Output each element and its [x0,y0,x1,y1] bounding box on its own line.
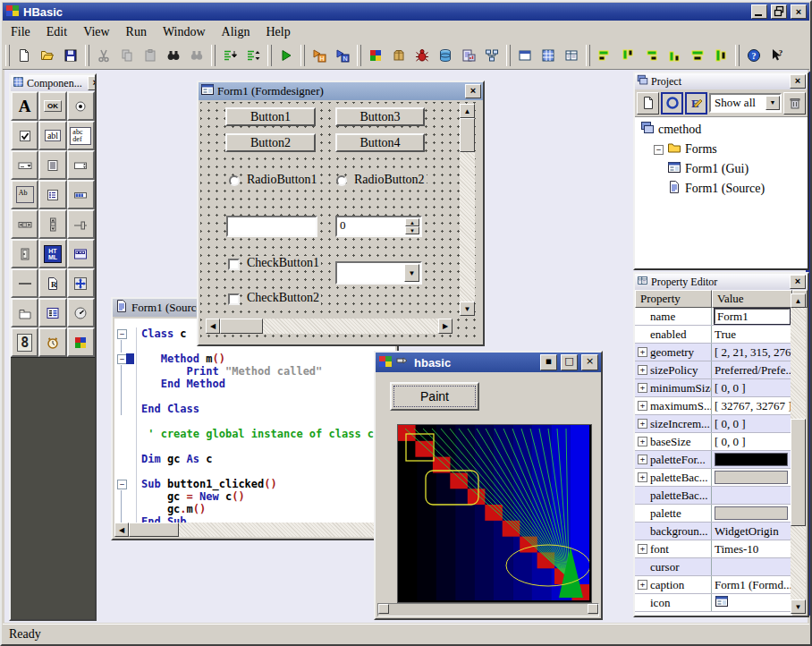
component-slider[interactable] [67,209,95,239]
component-lineedit[interactable]: abl [38,121,66,150]
pin-icon[interactable] [396,354,410,371]
minimize-button[interactable] [751,4,767,19]
scroll-end-left[interactable] [378,604,389,614]
expander-minus-icon[interactable]: − [654,145,664,155]
property-row-palette[interactable]: palette [635,505,792,523]
component-dial[interactable] [67,298,95,327]
tree-item-cmethod[interactable]: cmethod [635,120,808,140]
scroll-track[interactable] [460,152,475,302]
fold-margin[interactable]: − [114,478,137,490]
paint-button[interactable]: Paint [390,382,479,411]
fold-margin[interactable] [114,465,137,478]
property-value[interactable]: Times-10 [712,540,792,557]
spin-down-icon[interactable]: ▼ [405,226,419,234]
component-tabwidget[interactable] [11,298,38,327]
property-value[interactable]: [ 0, 0 ] [712,433,792,450]
app-bottom-scrollbar[interactable] [377,603,599,616]
form-check2-label[interactable]: CheckButton2 [245,291,321,305]
palette-close-icon[interactable]: × [88,76,95,90]
property-row-sizeincrem[interactable]: +sizeIncrem...[ 0, 0 ] [635,415,792,433]
form-radio1-label[interactable]: RadioButton1 [245,173,319,187]
filter-dropdown[interactable]: Show all ▼ [709,93,782,113]
find-button[interactable] [162,44,185,67]
property-titlebar[interactable]: Property Editor × [635,274,808,290]
component-vscrollbar[interactable] [38,209,66,239]
expand-plus-icon[interactable]: + [638,580,647,590]
align-top-button[interactable] [616,44,639,67]
project-close-icon[interactable]: × [790,74,806,89]
menu-align[interactable]: Align [214,23,258,41]
form-check2-box[interactable] [228,293,240,305]
component-pushbutton[interactable]: OK [38,91,66,121]
fold-margin[interactable] [114,453,137,465]
component-image[interactable] [67,327,95,357]
form-canvas[interactable]: Button1 Button3 Button2 Button4 RadioBut… [200,102,481,343]
paint-canvas[interactable] [397,424,592,603]
property-row-palettebac[interactable]: +paletteBac... [635,469,792,487]
dropdown-arrow-icon[interactable]: ▼ [765,96,780,110]
component-report[interactable]: R [38,268,66,298]
column-value[interactable]: Value [712,290,792,308]
scroll-down-icon[interactable]: ▼ [460,302,475,316]
fold-minus-icon[interactable]: − [117,480,127,489]
component-multilistview[interactable] [38,298,66,327]
form-check1-label[interactable]: CheckButton1 [245,256,321,270]
fold-margin[interactable] [114,440,137,453]
fold-margin[interactable] [114,503,137,515]
run-button[interactable] [275,44,298,67]
fold-margin[interactable] [114,365,137,378]
form-button4[interactable]: Button4 [335,133,425,152]
tree-item-form1-gui[interactable]: Form1 (Gui) [635,159,808,179]
report-designer-button[interactable] [457,44,480,67]
color-swatch[interactable] [715,453,788,466]
form-radio2-circle[interactable] [336,175,347,186]
property-row-palettebac[interactable]: paletteBac... [635,487,792,505]
expand-plus-icon[interactable]: + [638,544,647,554]
property-value[interactable] [712,558,792,575]
component-spinbox[interactable] [67,150,95,180]
property-value[interactable] [712,469,792,486]
fold-minus-icon[interactable]: − [117,329,127,339]
new-form-button[interactable] [637,92,659,115]
component-lcdnumber[interactable]: 8 [11,327,38,357]
align-center-v-button[interactable] [709,44,732,67]
property-row-geometry[interactable]: +geometry[ 2, 21, 315, 276 ] [635,344,792,361]
property-value[interactable]: [ 2, 21, 315, 276 ] [712,344,792,361]
scroll-right-icon[interactable]: ▶ [438,319,453,334]
app-close-icon[interactable]: × [581,354,598,370]
property-row-palettefor[interactable]: +paletteFor... [635,451,792,469]
property-row-caption[interactable]: +captionForm1 (Formd... [635,576,792,594]
collapse-folds-button[interactable] [241,44,265,67]
property-value[interactable]: WidgetOrigin [712,523,792,540]
scroll-track[interactable] [263,319,438,334]
component-buttongroup[interactable] [67,239,95,268]
property-value[interactable]: Preferred/Prefe... [712,361,792,378]
align-bottom-button[interactable] [663,44,686,67]
component-textedit[interactable]: abc def [67,121,95,150]
property-row-icon[interactable]: icon [635,594,792,612]
class-browser-button[interactable] [480,44,503,67]
object-view-button[interactable] [661,92,683,115]
property-row-enabled[interactable]: enabledTrue [635,326,792,344]
whats-this-button[interactable]: ? [765,44,789,67]
color-swatch[interactable] [715,506,788,520]
property-value[interactable]: Form1 (Formd... [712,576,792,593]
value-edit-field[interactable]: Form1 [715,309,790,324]
save-file-button[interactable] [59,44,82,67]
source-hscrollbar[interactable]: ◀ [114,523,395,537]
fold-margin[interactable]: − [114,353,137,365]
property-row-sizepolicy[interactable]: +sizePolicyPreferred/Prefe... [635,361,792,379]
formdesigner-close-icon[interactable]: × [465,84,481,98]
property-value[interactable]: [ 32767, 32767 ] [712,397,792,414]
property-close-icon[interactable]: × [790,275,806,289]
expand-plus-icon[interactable]: + [638,437,647,446]
component-progressbar[interactable] [67,180,95,209]
fold-margin[interactable] [114,490,137,503]
form-button3[interactable]: Button3 [335,107,425,126]
property-value[interactable]: True [712,326,792,343]
open-file-button[interactable] [36,44,59,67]
fold-margin[interactable] [114,428,137,440]
column-property[interactable]: Property [635,290,712,308]
property-row-backgroun[interactable]: backgroun...WidgetOrigin [635,523,792,540]
component-radiobutton[interactable] [67,91,95,121]
